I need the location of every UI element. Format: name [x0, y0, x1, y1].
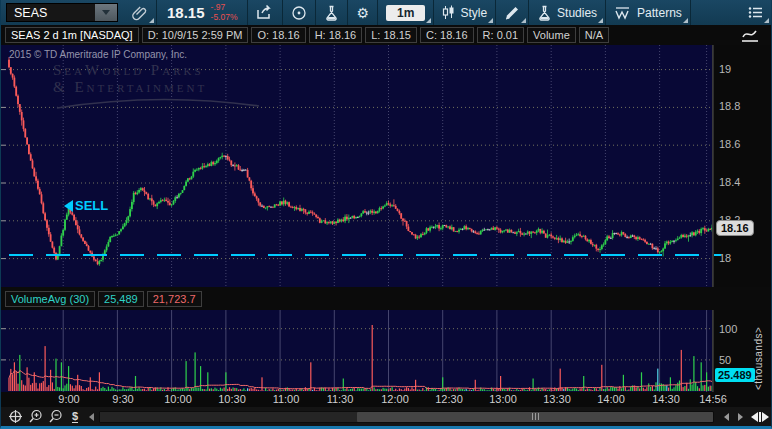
scrollbar-grip [538, 413, 539, 420]
ohlc-close: C: 18.16 [420, 27, 474, 43]
pencil-icon [504, 5, 520, 21]
pattern-icon [614, 5, 632, 20]
crosshair-pan-icon [8, 409, 23, 424]
scroll-left-button[interactable] [719, 411, 733, 423]
toolbar-divider [690, 0, 691, 25]
time-tick-label: 9:30 [103, 393, 143, 405]
dropdown-fold [521, 18, 526, 23]
volume-tick-label: 100 [719, 323, 737, 335]
price-tick-label: 18.6 [719, 138, 740, 150]
symbol-combo[interactable]: SEAS [6, 3, 118, 22]
chart-menu-button[interactable] [740, 0, 771, 25]
arrow-left-icon [724, 413, 729, 421]
scroll-right-button[interactable] [733, 411, 747, 423]
patterns-button[interactable]: Patterns [606, 0, 690, 25]
bottom-toolbar: $ [1, 407, 772, 426]
collapse-left-icon[interactable] [89, 413, 94, 421]
ohlc-range: R: 0.01 [477, 27, 524, 43]
volume-label: Volume [527, 27, 576, 43]
alerts-button[interactable] [283, 0, 315, 25]
timeframe-button[interactable]: 1m [378, 0, 433, 25]
dropdown-fold [683, 18, 688, 23]
list-icon [748, 6, 763, 19]
line-style-icon[interactable] [741, 28, 763, 43]
candlestick-icon [442, 5, 455, 20]
chart-title: SEAS 2 d 1m [NASDAQ] [5, 27, 139, 43]
symbol-dropdown-button[interactable] [95, 4, 117, 21]
company-watermark: SeaWorld Parks & Entertainment [53, 62, 263, 114]
watermark-swoosh [53, 98, 263, 110]
volumeavg-label: VolumeAvg (30) [5, 291, 95, 307]
step-right-icon [762, 412, 769, 422]
share-icon [256, 5, 274, 20]
volumeavg-value: 25,489 [98, 291, 144, 307]
settings-button[interactable]: ⚙ [348, 0, 377, 25]
price-chart-panel[interactable]: 2015 © TD Ameritrade IP Company, Inc. Se… [1, 45, 713, 287]
dropdown-fold [488, 18, 493, 23]
copyright-watermark: 2015 © TD Ameritrade IP Company, Inc. [9, 49, 187, 60]
end-bar-icon [759, 412, 761, 422]
patterns-label: Patterns [637, 6, 682, 20]
style-button[interactable]: Style [434, 0, 495, 25]
share-button[interactable] [248, 0, 282, 25]
price-tick-label: 19 [719, 63, 731, 75]
quick-studies-button[interactable] [316, 0, 347, 25]
sell-arrow-icon [64, 200, 73, 212]
sell-marker-label: SELL [75, 198, 108, 213]
price-axis[interactable]: 1918.818.618.418.21818.16 [713, 45, 772, 287]
volume-value: N/A [579, 27, 609, 43]
studies-label: Studies [557, 6, 597, 20]
time-tick-label: 12:30 [429, 393, 469, 405]
go-to-end-control[interactable] [751, 412, 769, 422]
time-tick-label: 11:30 [320, 393, 360, 405]
chart-scrollbar[interactable] [99, 411, 714, 423]
link-channel-button[interactable] [124, 0, 156, 25]
time-tick-label: 14:30 [646, 393, 686, 405]
volume-chart-panel[interactable] [1, 310, 713, 392]
flask-icon [324, 5, 339, 21]
scrollbar-grip [535, 413, 536, 420]
time-axis[interactable]: 9:009:3010:0010:3011:0011:3012:0012:3013… [1, 392, 772, 407]
price-scale-button[interactable]: $ [65, 408, 85, 426]
circle-dot-icon [291, 5, 307, 21]
gear-icon: ⚙ [356, 6, 369, 20]
dropdown-fold [598, 18, 603, 23]
ohlc-high: H: 18.16 [309, 27, 363, 43]
time-tick-label: 13:30 [537, 393, 577, 405]
time-tick-label: 14:00 [591, 393, 631, 405]
zoom-out-button[interactable] [45, 408, 65, 426]
volumeavg-avg-value: 21,723.7 [147, 291, 202, 307]
drawings-button[interactable] [496, 0, 528, 25]
time-tick-label: 12:00 [375, 393, 415, 405]
volume-tick-label: 50 [719, 354, 731, 366]
symbol-input[interactable]: SEAS [7, 6, 95, 20]
volume-axis-unit: <thousands> [753, 312, 764, 404]
company-watermark-line1: SeaWorld Parks [53, 62, 263, 79]
ohlc-open: O: 18.16 [251, 27, 305, 43]
last-price-badge: 18.16 [716, 220, 754, 236]
volume-bars-chart [1, 310, 713, 392]
zoom-out-icon [48, 409, 63, 424]
chevron-down-icon [102, 10, 110, 15]
time-tick-label: 10:00 [158, 393, 198, 405]
time-tick-label: 9:00 [49, 393, 89, 405]
pan-button[interactable] [5, 408, 25, 426]
step-left-icon [751, 412, 758, 422]
style-label: Style [460, 6, 487, 20]
price-change: -.97 -5.07% [211, 3, 248, 23]
time-tick-label: 10:30 [212, 393, 252, 405]
dropdown-fold [149, 18, 154, 23]
volume-study-header: VolumeAvg (30) 25,489 21,723.7 [1, 287, 772, 310]
timeframe-value[interactable]: 1m [386, 5, 425, 21]
change-percent: -5.07% [211, 13, 238, 23]
time-tick-label: 11:00 [266, 393, 306, 405]
sell-order-marker[interactable]: SELL [64, 198, 108, 213]
studies-button[interactable]: Studies [529, 0, 605, 25]
dollar-icon: $ [72, 410, 78, 423]
scrollbar-thumb[interactable] [357, 412, 713, 422]
zoom-in-icon [28, 409, 43, 424]
ohlc-low: L: 18.15 [365, 27, 417, 43]
dropdown-fold [764, 18, 769, 23]
price-tick-label: 18.8 [719, 100, 740, 112]
zoom-in-button[interactable] [25, 408, 45, 426]
